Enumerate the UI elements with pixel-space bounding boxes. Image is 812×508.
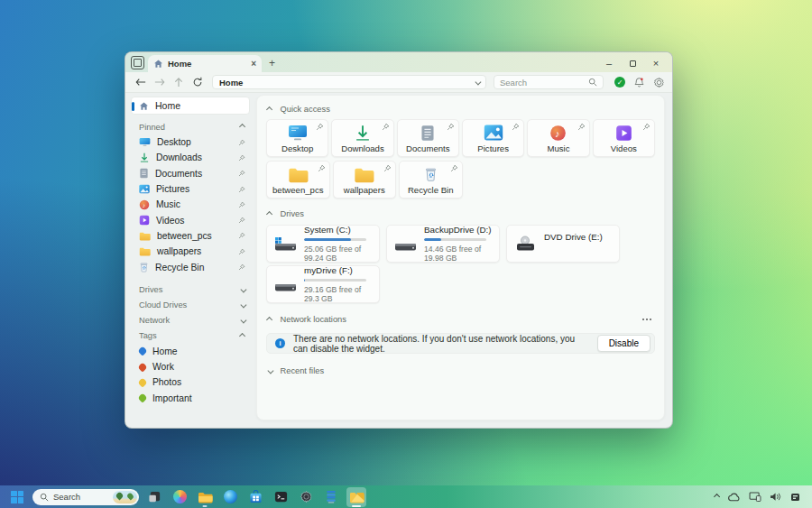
pin-icon[interactable]	[512, 123, 520, 131]
tile-videos[interactable]: Videos	[593, 119, 655, 157]
minimize-button[interactable]: –	[598, 56, 620, 70]
tile-downloads[interactable]: Downloads	[331, 119, 393, 157]
sidebar-section-tags[interactable]: Tags	[125, 328, 256, 344]
edge-icon	[224, 490, 237, 503]
sidebar-tag-home[interactable]: Home	[125, 344, 256, 359]
task-view-button[interactable]	[144, 487, 164, 507]
pin-icon[interactable]	[383, 164, 392, 172]
sync-status-icon[interactable]: ✓	[614, 77, 625, 88]
pin-icon[interactable]	[238, 154, 245, 162]
sidebar-tag-work[interactable]: Work	[125, 359, 256, 374]
sidebar-tag-photos[interactable]: Photos	[125, 374, 256, 390]
quick-access-header[interactable]: Quick access	[266, 103, 655, 115]
up-button[interactable]	[171, 75, 186, 90]
pin-icon[interactable]	[382, 123, 390, 131]
pin-icon[interactable]	[238, 201, 245, 208]
sidebar-item-home[interactable]: Home	[131, 97, 250, 115]
tile-between-pcs[interactable]: between_pcs	[266, 161, 330, 199]
drive-my-f[interactable]: myDrive (F:) 29.16 GB free of 29.3 GB	[266, 265, 380, 303]
chevron-up-icon[interactable]	[266, 212, 272, 217]
pin-icon[interactable]	[577, 123, 586, 131]
tile-pictures[interactable]: Pictures	[462, 119, 524, 157]
maximize-button[interactable]	[622, 56, 643, 70]
taskbar-search[interactable]: Search	[32, 489, 139, 505]
sidebar-section-pinned[interactable]: Pinned	[125, 119, 256, 134]
pin-icon[interactable]	[238, 232, 245, 239]
files-app-button[interactable]	[346, 487, 366, 507]
settings-gear-icon[interactable]	[653, 77, 665, 88]
tile-desktop[interactable]: Desktop	[266, 119, 328, 157]
network-locations-header[interactable]: Network locations	[266, 313, 655, 326]
pin-icon[interactable]	[238, 139, 245, 146]
address-dropdown-icon[interactable]	[475, 79, 480, 84]
store-button[interactable]	[245, 487, 265, 507]
tab-close-icon[interactable]: ×	[251, 60, 256, 69]
drive-dvd-e[interactable]: DVD Drive (E:)	[506, 225, 620, 263]
tab-home[interactable]: Home ×	[148, 55, 262, 72]
notifications-icon[interactable]	[633, 77, 645, 88]
search-highlight-thumbnail[interactable]	[113, 491, 137, 503]
sidebar-section-drives[interactable]: Drives	[125, 282, 256, 298]
refresh-button[interactable]	[189, 75, 205, 90]
task-manager-button[interactable]	[321, 487, 341, 507]
sidebar-tag-important[interactable]: Important	[125, 391, 256, 406]
sidebar-item-recycle-bin[interactable]: Recycle Bin	[125, 259, 256, 274]
settings-button[interactable]	[296, 487, 316, 507]
disable-widget-button[interactable]: Disable	[597, 335, 651, 352]
file-explorer-button[interactable]	[195, 487, 215, 507]
copilot-button[interactable]	[170, 487, 189, 507]
chevron-up-icon[interactable]	[239, 334, 245, 339]
pin-icon[interactable]	[238, 263, 245, 271]
address-bar[interactable]: Home	[212, 75, 486, 89]
more-options-icon[interactable]	[642, 316, 655, 323]
drives-header[interactable]: Drives	[266, 208, 655, 220]
sidebar-item-pictures[interactable]: Pictures	[125, 181, 256, 197]
cast-display-icon[interactable]	[749, 492, 761, 502]
edge-button[interactable]	[220, 487, 240, 507]
tab-overview-icon[interactable]	[131, 56, 144, 69]
recent-files-header[interactable]: Recent files	[266, 365, 655, 377]
pin-icon[interactable]	[238, 217, 245, 224]
sidebar-item-videos[interactable]: Videos	[125, 212, 256, 227]
chevron-down-icon[interactable]	[240, 317, 245, 322]
start-button[interactable]	[7, 487, 27, 507]
chevron-down-icon[interactable]	[240, 301, 245, 307]
tile-music[interactable]: ♪ Music	[527, 119, 589, 157]
sidebar-item-wallpapers[interactable]: wallpapers	[125, 244, 256, 259]
forward-button[interactable]	[152, 75, 167, 90]
sidebar-section-network[interactable]: Network	[125, 313, 256, 328]
drive-backup-d[interactable]: BackupDrive (D:) 14.46 GB free of 19.98 …	[386, 225, 500, 263]
sidebar-section-cloud-drives[interactable]: Cloud Drives	[125, 298, 256, 313]
sidebar-item-music[interactable]: ♪ Music	[125, 197, 256, 212]
pin-icon[interactable]	[450, 164, 458, 172]
tile-documents[interactable]: Documents	[397, 119, 459, 157]
pin-icon[interactable]	[238, 248, 245, 255]
sidebar-item-desktop[interactable]: Desktop	[125, 134, 256, 150]
pin-icon[interactable]	[318, 164, 326, 172]
onedrive-icon[interactable]	[727, 493, 741, 502]
pin-icon[interactable]	[238, 170, 245, 177]
input-indicator-icon[interactable]	[790, 492, 801, 503]
pin-icon[interactable]	[238, 186, 245, 193]
close-button[interactable]: ×	[645, 56, 667, 70]
sidebar-item-between-pcs[interactable]: between_pcs	[125, 228, 256, 244]
back-button[interactable]	[133, 75, 148, 90]
volume-icon[interactable]	[770, 492, 782, 502]
tile-recycle-bin[interactable]: Recycle Bin	[399, 161, 463, 199]
sidebar-item-documents[interactable]: Documents	[125, 166, 256, 181]
drive-system-c[interactable]: System (C:) 25.06 GB free of 99.24 GB	[266, 225, 380, 263]
hidden-icons-chevron[interactable]	[715, 494, 720, 499]
pin-icon[interactable]	[642, 123, 651, 131]
new-tab-button[interactable]: +	[269, 57, 275, 69]
terminal-button[interactable]	[271, 487, 291, 507]
chevron-up-icon[interactable]	[266, 107, 272, 113]
pin-icon[interactable]	[316, 123, 324, 131]
sidebar-item-downloads[interactable]: Downloads	[125, 150, 256, 165]
tile-wallpapers[interactable]: wallpapers	[333, 161, 397, 199]
search-input[interactable]: Search	[494, 75, 604, 89]
chevron-down-icon[interactable]	[268, 367, 273, 373]
chevron-up-icon[interactable]	[239, 125, 245, 130]
chevron-down-icon[interactable]	[240, 286, 245, 291]
pin-icon[interactable]	[447, 123, 455, 131]
chevron-up-icon[interactable]	[266, 318, 272, 323]
